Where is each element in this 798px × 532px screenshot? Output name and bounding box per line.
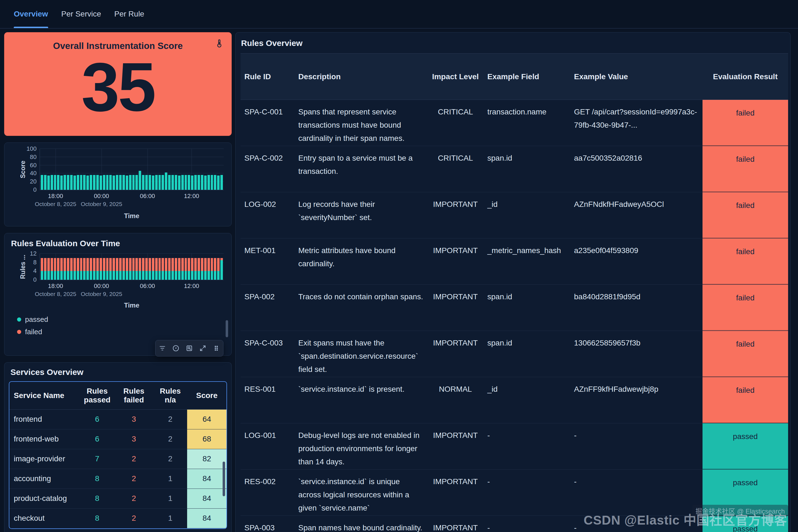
rule-row-spa-c-001[interactable]: SPA-C-001Spans that represent service tr… bbox=[241, 100, 788, 146]
chart-bar bbox=[54, 258, 56, 280]
chart-bar bbox=[54, 175, 56, 190]
chart-bar bbox=[178, 258, 181, 280]
rules-failed: 3 bbox=[114, 409, 153, 429]
rules-failed: 2 bbox=[114, 508, 153, 528]
chart-bar bbox=[70, 258, 73, 280]
rules-na: 1 bbox=[153, 508, 187, 528]
chart-bar bbox=[159, 258, 161, 280]
legend-item-failed[interactable]: failed bbox=[17, 328, 227, 336]
column-header-evaluation-result[interactable]: Evaluation Result bbox=[703, 54, 788, 100]
chart-bar bbox=[220, 258, 223, 280]
chart-bar bbox=[70, 175, 73, 190]
column-header-rules-n-a[interactable]: Rules n/a bbox=[153, 382, 187, 409]
description-cell: Metric attributes have bound cardinality… bbox=[294, 239, 427, 285]
chart-bar bbox=[214, 175, 216, 190]
rule-row-res-001[interactable]: RES-001`service.instance.id` is present.… bbox=[241, 377, 788, 423]
passed-dot bbox=[17, 318, 21, 322]
rule-row-log-002[interactable]: LOG-002Log records have their `severityN… bbox=[241, 192, 788, 239]
service-row-checkout[interactable]: checkout82184 bbox=[10, 508, 226, 528]
rule-row-spa-002[interactable]: SPA-002Traces do not contain orphan span… bbox=[241, 285, 788, 331]
tab-per-rule[interactable]: Per Rule bbox=[114, 0, 144, 28]
rule-row-log-001[interactable]: LOG-001Debug-level logs are not enabled … bbox=[241, 423, 788, 470]
impact-level-cell: IMPORTANT bbox=[427, 331, 483, 377]
impact-level-cell: IMPORTANT bbox=[427, 423, 483, 470]
chart-bar bbox=[113, 175, 115, 190]
overall-score-value: 35 bbox=[81, 53, 154, 121]
result-badge-failed: failed bbox=[703, 100, 788, 146]
rule-row-spa-c-003[interactable]: SPA-C-003Exit spans must have the `span.… bbox=[241, 331, 788, 377]
y-axis-title: Rules ... bbox=[19, 254, 27, 280]
description-cell: Spans that represent service transaction… bbox=[294, 100, 427, 146]
y-axis-tick: 100 bbox=[26, 145, 37, 152]
chart-bar bbox=[204, 258, 207, 280]
chart-bar bbox=[149, 258, 151, 280]
chart-bar bbox=[198, 175, 200, 190]
column-header-example-value[interactable]: Example Value bbox=[570, 54, 703, 100]
chart-bar bbox=[152, 258, 154, 280]
legend-label: failed bbox=[25, 328, 42, 336]
chart-bar bbox=[207, 175, 210, 190]
chart-bar bbox=[129, 258, 132, 280]
chart-bar bbox=[103, 258, 105, 280]
explore-icon[interactable] bbox=[170, 342, 182, 354]
example-value-cell: a235e0f04f593809 bbox=[570, 239, 703, 285]
example-field-cell: transaction.name bbox=[483, 100, 570, 146]
rules-passed: 6 bbox=[80, 409, 114, 429]
evaluation-result-cell: failed bbox=[703, 377, 788, 423]
inspect-icon[interactable] bbox=[183, 342, 196, 354]
chart-bar bbox=[57, 175, 59, 190]
chart-bar bbox=[132, 175, 135, 190]
column-header-score[interactable]: Score bbox=[187, 382, 226, 409]
column-header-impact-level[interactable]: Impact Level bbox=[427, 54, 483, 100]
chart-bar bbox=[87, 175, 89, 190]
chart-bar bbox=[194, 258, 197, 280]
legend-item-passed[interactable]: passed bbox=[17, 315, 227, 324]
example-value-cell: GET /api/cart?sessionId=e9997a3c-79fb-43… bbox=[570, 100, 703, 146]
service-row-image-provider[interactable]: image-provider72282 bbox=[10, 449, 226, 469]
overall-score-panel: Overall Instrumentation Score 35 bbox=[4, 32, 232, 136]
chart-bar bbox=[175, 258, 177, 280]
service-name: frontend-web bbox=[10, 429, 80, 449]
chart-bar bbox=[73, 175, 76, 190]
chart-bar bbox=[83, 258, 86, 280]
thermometer-icon bbox=[215, 39, 224, 49]
rule-id-cell: SPA-C-002 bbox=[241, 146, 294, 192]
y-axis-tick: 12 bbox=[30, 250, 37, 257]
chart-bar bbox=[207, 258, 210, 280]
column-header-service-name[interactable]: Service Name bbox=[10, 382, 80, 409]
chart-bar bbox=[67, 258, 69, 280]
chart-bar bbox=[80, 175, 82, 190]
rule-row-spa-c-002[interactable]: SPA-C-002Entry span to a service must be… bbox=[241, 146, 788, 192]
score-over-time-plot: 10080604020018:00October 8, 202500:00Oct… bbox=[40, 149, 224, 190]
score-cell: 82 bbox=[187, 449, 226, 469]
column-header-example-field[interactable]: Example Field bbox=[483, 54, 570, 100]
chart-bar bbox=[60, 175, 63, 190]
drag-handle-icon[interactable] bbox=[210, 342, 222, 354]
chart-bar bbox=[194, 175, 197, 190]
service-row-frontend-web[interactable]: frontend-web63268 bbox=[10, 429, 226, 449]
service-name: checkout bbox=[10, 508, 80, 528]
column-header-rules-failed[interactable]: Rules failed bbox=[114, 382, 153, 409]
scrollbar-thumb[interactable] bbox=[223, 461, 225, 496]
rules-na: 2 bbox=[153, 429, 187, 449]
x-axis-label: 00:00October 9, 2025 bbox=[81, 193, 122, 207]
column-header-description[interactable]: Description bbox=[294, 54, 427, 100]
service-row-product-catalog[interactable]: product-catalog82184 bbox=[10, 489, 226, 508]
column-header-rule-id[interactable]: Rule ID bbox=[241, 54, 294, 100]
fullscreen-icon[interactable] bbox=[197, 342, 209, 354]
scrollbar-thumb[interactable] bbox=[226, 320, 228, 337]
service-row-accounting[interactable]: accounting82184 bbox=[10, 469, 226, 489]
filter-icon[interactable] bbox=[156, 342, 168, 354]
column-header-rules-passed[interactable]: Rules passed bbox=[80, 382, 114, 409]
result-badge-failed: failed bbox=[703, 285, 788, 331]
tab-overview[interactable]: Overview bbox=[14, 0, 48, 28]
chart-bar bbox=[113, 258, 115, 280]
service-name: image-provider bbox=[10, 449, 80, 469]
chart-bar bbox=[198, 258, 200, 280]
chart-bar bbox=[93, 258, 95, 280]
service-row-frontend[interactable]: frontend63264 bbox=[10, 409, 226, 429]
rule-row-met-001[interactable]: MET-001Metric attributes have bound card… bbox=[241, 239, 788, 285]
tab-per-service[interactable]: Per Service bbox=[61, 0, 101, 28]
result-badge-failed: failed bbox=[703, 239, 788, 284]
rules-eval-chart: Rules ...1284018:00October 8, 202500:00O… bbox=[9, 252, 227, 309]
